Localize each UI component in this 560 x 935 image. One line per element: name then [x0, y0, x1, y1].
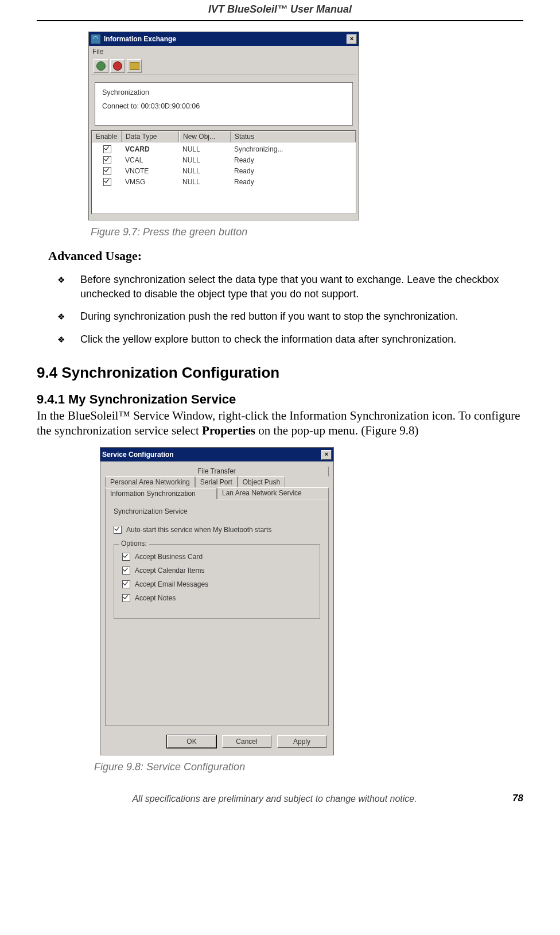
figure-9-8-caption: Figure 9.8: Service Configuration [94, 761, 523, 773]
options-fieldset: Options: Accept Business CardAccept Cale… [114, 544, 320, 619]
tab-file-transfer[interactable]: File Transfer [105, 466, 329, 476]
app-icon [91, 34, 101, 44]
option-label: Accept Email Messages [135, 580, 208, 588]
option-checkbox[interactable] [122, 580, 130, 588]
connect-label: Connect to: 00:03:0D:90:00:06 [102, 102, 345, 110]
cell: NULL [179, 167, 231, 177]
bullet-icon: ❖ [57, 309, 80, 324]
ok-button[interactable]: OK [167, 735, 216, 748]
cell: NULL [179, 178, 231, 188]
sync-stop-button[interactable] [110, 59, 125, 73]
col-enable[interactable]: Enable [92, 131, 122, 142]
enable-checkbox[interactable] [103, 178, 111, 186]
cancel-button[interactable]: Cancel [222, 735, 271, 748]
close-icon[interactable]: × [321, 450, 332, 460]
close-icon[interactable]: × [347, 34, 357, 44]
tab[interactable]: Personal Area Networking [105, 476, 195, 487]
explore-button[interactable] [127, 59, 142, 73]
service-config-window: Service Configuration × File Transfer Pe… [100, 447, 334, 755]
red-stop-icon [113, 61, 122, 71]
table-row[interactable]: VMSGNULLReady [92, 177, 356, 188]
section-9-4-1-para: In the BlueSoleil™ Service Window, right… [37, 408, 523, 439]
toolbar [91, 57, 357, 75]
col-datatype[interactable]: Data Type [122, 131, 179, 142]
cell: NULL [179, 156, 231, 166]
list-item: ❖Click the yellow explore button to chec… [57, 332, 523, 347]
info-exchange-window: Information Exchange × File Sychronizati… [88, 32, 359, 220]
green-circle-icon [96, 61, 106, 71]
window-title: Information Exchange [104, 35, 176, 43]
cell: Ready [231, 167, 356, 177]
table-row[interactable]: VCARDNULLSynchronizing... [92, 145, 356, 156]
cell: VCAL [122, 156, 179, 166]
option-checkbox[interactable] [122, 553, 130, 561]
apply-button[interactable]: Apply [277, 735, 326, 748]
enable-checkbox[interactable] [103, 167, 111, 175]
sync-service-label: Synchronization Service [114, 507, 320, 515]
cell: VMSG [122, 178, 179, 188]
cell: NULL [179, 145, 231, 155]
cell: Ready [231, 156, 356, 166]
window-titlebar[interactable]: Information Exchange × [89, 32, 359, 46]
section-9-4-heading: 9.4 Synchronization Configuration [37, 364, 523, 382]
autostart-checkbox[interactable] [114, 526, 122, 534]
option-label: Accept Business Card [135, 553, 203, 561]
option-checkbox[interactable] [122, 594, 130, 602]
advanced-usage-heading: Advanced Usage: [48, 249, 523, 263]
option-label: Accept Calendar Items [135, 567, 204, 575]
option-checkbox[interactable] [122, 567, 130, 575]
sync-label: Sychronization [102, 88, 345, 96]
bullet-icon: ❖ [57, 273, 80, 301]
tab[interactable]: Serial Port [195, 476, 238, 487]
enable-checkbox[interactable] [103, 145, 111, 153]
section-9-4-1-heading: 9.4.1 My Synchronization Service [37, 392, 523, 407]
list-item: ❖During synchronization push the red but… [57, 309, 523, 324]
col-newobj[interactable]: New Obj... [179, 131, 231, 142]
options-legend: Options: [119, 540, 149, 548]
enable-checkbox[interactable] [103, 156, 111, 164]
tab[interactable]: Information Synchronization [105, 488, 217, 499]
page-header: IVT BlueSoleil™ User Manual [37, 3, 523, 21]
table-row[interactable]: VCALNULLReady [92, 156, 356, 166]
col-status[interactable]: Status [231, 131, 356, 142]
cell: Ready [231, 178, 356, 188]
sync-panel: Sychronization Connect to: 00:03:0D:90:0… [95, 82, 353, 126]
data-type-list: Enable Data Type New Obj... Status VCARD… [91, 130, 356, 214]
cell: VCARD [122, 145, 179, 155]
menu-file[interactable]: File [89, 46, 359, 57]
figure-9-7-caption: Figure 9.7: Press the green button [91, 226, 523, 238]
window-titlebar[interactable]: Service Configuration × [100, 448, 333, 461]
tab[interactable]: Object Push [238, 476, 285, 487]
cell: VNOTE [122, 167, 179, 177]
option-label: Accept Notes [135, 594, 176, 602]
cell: Synchronizing... [231, 145, 356, 155]
footer-text: All specifications are preliminary and s… [37, 794, 512, 804]
autostart-label: Auto-start this service when My Bluetoot… [126, 526, 271, 534]
window-title: Service Configuration [102, 451, 174, 459]
table-row[interactable]: VNOTENULLReady [92, 166, 356, 177]
sync-start-button[interactable] [94, 59, 108, 73]
folder-icon [130, 62, 139, 70]
page-number: 78 [512, 793, 523, 804]
list-item: ❖Before synchronization select the data … [57, 273, 523, 301]
tab[interactable]: Lan Area Network Service [217, 487, 329, 499]
bullet-icon: ❖ [57, 332, 80, 347]
